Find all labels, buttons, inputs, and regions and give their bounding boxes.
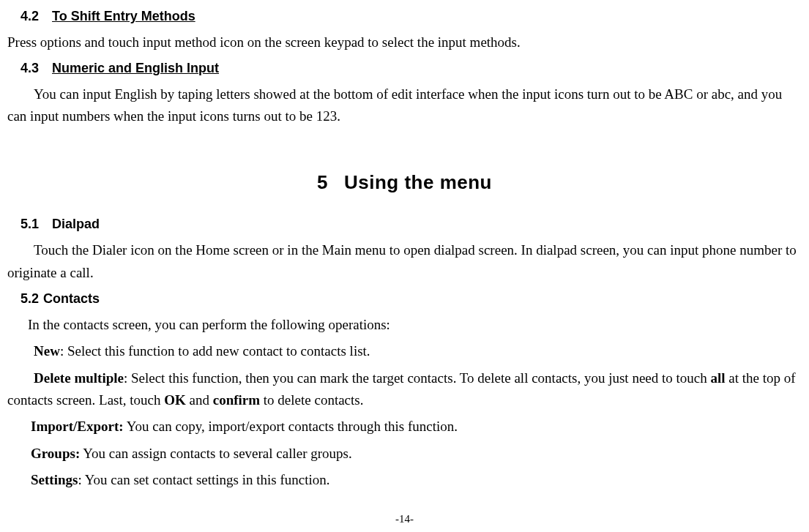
new-label: New: [34, 343, 60, 359]
delete-label: Delete multiple: [34, 370, 124, 386]
chapter-5-heading: 5Using the menu: [7, 168, 802, 198]
contacts-new-line: New: Select this function to add new con…: [7, 340, 802, 362]
heading-4-2: 4.2To Shift Entry Methods: [20, 6, 802, 27]
new-text: : Select this function to add new contac…: [60, 343, 370, 359]
section-4-2-body: Press options and touch input method ico…: [7, 31, 802, 53]
delete-confirm: confirm: [213, 392, 260, 408]
section-4-3-body: You can input English by taping letters …: [7, 83, 802, 128]
heading-4-3: 4.3Numeric and English Input: [20, 58, 802, 79]
contacts-groups-line: Groups: You can assign contacts to sever…: [7, 443, 802, 465]
groups-text: You can assign contacts to several calle…: [80, 446, 351, 461]
delete-text-1: : Select this function, then you can mar…: [124, 370, 711, 386]
heading-number: 4.3: [20, 58, 39, 79]
heading-number: 5.1: [20, 214, 39, 235]
contacts-settings-line: Settings: You can set contact settings i…: [7, 469, 802, 491]
delete-all: all: [711, 370, 726, 386]
page-number: -14-: [0, 510, 809, 528]
delete-text-4: to delete contacts.: [260, 392, 363, 408]
section-5-2-intro: In the contacts screen, you can perform …: [7, 314, 802, 336]
chapter-title: Using the menu: [344, 171, 492, 193]
contacts-delete-line: Delete multiple: Select this function, t…: [7, 367, 802, 412]
chapter-number: 5: [317, 171, 328, 193]
heading-title: Contacts: [43, 291, 100, 306]
contacts-import-line: Import/Export: You can copy, import/expo…: [7, 416, 802, 438]
import-label: Import/Export:: [31, 419, 124, 434]
heading-number: 5.2: [20, 288, 39, 310]
heading-title: Numeric and English Input: [52, 61, 219, 75]
settings-text: : You can set contact settings in this f…: [78, 472, 329, 487]
heading-title: Dialpad: [52, 217, 100, 231]
heading-title: To Shift Entry Methods: [52, 9, 195, 23]
import-text: You can copy, import/export contacts thr…: [124, 419, 458, 434]
section-5-1-body: Touch the Dialer icon on the Home screen…: [7, 239, 802, 284]
delete-ok: OK: [164, 392, 186, 408]
heading-number: 4.2: [20, 6, 39, 27]
heading-5-1: 5.1Dialpad: [20, 214, 802, 235]
heading-5-2: 5.2Contacts: [20, 288, 802, 310]
groups-label: Groups:: [31, 446, 80, 461]
delete-text-3: and: [186, 392, 213, 408]
settings-label: Settings: [31, 472, 78, 487]
